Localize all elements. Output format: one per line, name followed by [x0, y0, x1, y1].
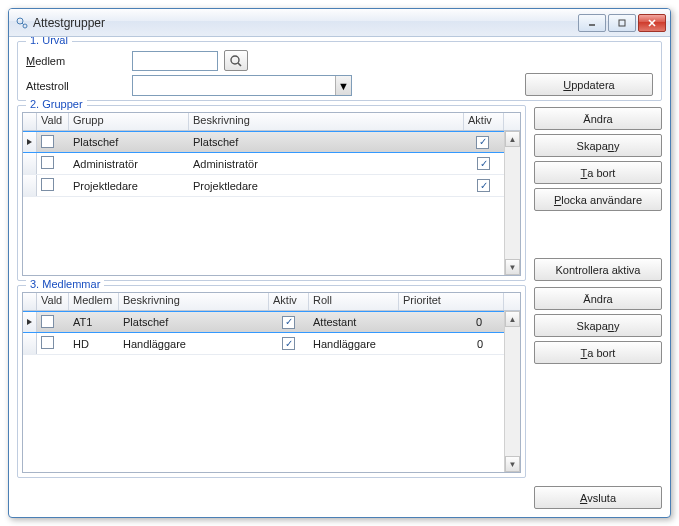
cell-prioritet: 0: [399, 315, 503, 329]
medlem-lookup-button[interactable]: [224, 50, 248, 71]
medlem-label: Medlem: [26, 55, 126, 67]
cell-roll: Handläggare: [309, 337, 399, 351]
vald-checkbox[interactable]: [41, 178, 54, 191]
col-beskrivning[interactable]: Beskrivning: [119, 293, 269, 310]
svg-line-8: [238, 63, 241, 66]
table-row[interactable]: ProjektledareProjektledare: [23, 175, 520, 197]
row-header: [23, 175, 37, 196]
cell-medlem: HD: [69, 337, 119, 351]
aktiv-checkbox[interactable]: [476, 136, 489, 149]
aktiv-checkbox[interactable]: [477, 157, 490, 170]
medlemmar-skapa-ny-button[interactable]: Skapa ny: [534, 314, 662, 337]
cell-grupp: Projektledare: [69, 179, 189, 193]
avsluta-button[interactable]: Avsluta: [534, 486, 662, 509]
aktiv-checkbox[interactable]: [282, 337, 295, 350]
grupper-plocka-button[interactable]: Plocka användare: [534, 188, 662, 211]
cell-grupp: Platschef: [69, 135, 189, 149]
table-row[interactable]: PlatschefPlatschef: [23, 131, 520, 153]
col-aktiv[interactable]: Aktiv: [464, 113, 504, 130]
row-header: [23, 132, 37, 152]
row-header: [23, 333, 37, 354]
cell-prioritet: 0: [399, 337, 504, 351]
table-row[interactable]: AT1PlatschefAttestant0: [23, 311, 520, 333]
cell-beskrivning: Platschef: [119, 315, 269, 329]
attestroll-label: Attestroll: [26, 80, 126, 92]
medlemmar-grid[interactable]: Vald Medlem Beskrivning Aktiv Roll Prior…: [22, 292, 521, 473]
minimize-button[interactable]: [578, 14, 606, 32]
col-vald[interactable]: Vald: [37, 293, 69, 310]
vald-checkbox[interactable]: [41, 315, 54, 328]
row-header: [23, 312, 37, 332]
vald-checkbox[interactable]: [41, 336, 54, 349]
col-roll[interactable]: Roll: [309, 293, 399, 310]
col-prioritet[interactable]: Prioritet: [399, 293, 504, 310]
kontrollera-aktiva-button[interactable]: Kontrollera aktiva: [534, 258, 662, 281]
grupper-grid[interactable]: Vald Grupp Beskrivning Aktiv PlatschefPl…: [22, 112, 521, 276]
search-icon: [229, 54, 243, 68]
cell-beskrivning: Platschef: [189, 135, 463, 149]
cell-roll: Attestant: [309, 315, 399, 329]
cell-beskrivning: Handläggare: [119, 337, 269, 351]
cell-beskrivning: Projektledare: [189, 179, 464, 193]
col-medlem[interactable]: Medlem: [69, 293, 119, 310]
row-header-spacer: [23, 113, 37, 130]
aktiv-checkbox[interactable]: [477, 179, 490, 192]
scroll-up-icon[interactable]: ▲: [505, 311, 520, 327]
close-button[interactable]: [638, 14, 666, 32]
col-beskrivning[interactable]: Beskrivning: [189, 113, 464, 130]
urval-legend: 1. Urval: [26, 37, 72, 46]
window-title: Attestgrupper: [33, 16, 578, 30]
medlemmar-groupbox: 3. Medlemmar Vald Medlem Beskrivning Akt…: [17, 285, 526, 478]
grupper-legend: 2. Grupper: [26, 98, 87, 110]
table-row[interactable]: HDHandläggareHandläggare0: [23, 333, 520, 355]
cell-medlem: AT1: [69, 315, 119, 329]
medlemmar-andra-button[interactable]: Ändra: [534, 287, 662, 310]
scroll-down-icon[interactable]: ▼: [505, 456, 520, 472]
cell-grupp: Administratör: [69, 157, 189, 171]
col-vald[interactable]: Vald: [37, 113, 69, 130]
chevron-down-icon: ▼: [335, 76, 351, 95]
maximize-button[interactable]: [608, 14, 636, 32]
grupper-scrollbar[interactable]: ▲ ▼: [504, 131, 520, 275]
row-header-spacer: [23, 293, 37, 310]
table-row[interactable]: AdministratörAdministratör: [23, 153, 520, 175]
medlemmar-scrollbar[interactable]: ▲ ▼: [504, 311, 520, 472]
svg-line-2: [22, 23, 24, 25]
uppdatera-button[interactable]: Uppdatera: [525, 73, 653, 96]
window: Attestgrupper 1. Urval Medlem: [8, 8, 671, 518]
scroll-up-icon[interactable]: ▲: [505, 131, 520, 147]
urval-groupbox: 1. Urval Medlem Attestroll ▼: [17, 41, 662, 101]
grupper-skapa-ny-button[interactable]: Skapa ny: [534, 134, 662, 157]
scroll-down-icon[interactable]: ▼: [505, 259, 520, 275]
attestroll-dropdown[interactable]: ▼: [132, 75, 352, 96]
col-aktiv[interactable]: Aktiv: [269, 293, 309, 310]
vald-checkbox[interactable]: [41, 135, 54, 148]
aktiv-checkbox[interactable]: [282, 316, 295, 329]
svg-rect-4: [619, 20, 625, 26]
medlem-input[interactable]: [132, 51, 218, 71]
grupper-groupbox: 2. Grupper Vald Grupp Beskrivning Aktiv …: [17, 105, 526, 281]
titlebar: Attestgrupper: [9, 9, 670, 37]
col-grupp[interactable]: Grupp: [69, 113, 189, 130]
medlemmar-legend: 3. Medlemmar: [26, 278, 104, 290]
vald-checkbox[interactable]: [41, 156, 54, 169]
app-icon: [15, 16, 29, 30]
row-header: [23, 153, 37, 174]
svg-point-7: [231, 56, 239, 64]
grupper-ta-bort-button[interactable]: Ta bort: [534, 161, 662, 184]
grupper-andra-button[interactable]: Ändra: [534, 107, 662, 130]
medlemmar-ta-bort-button[interactable]: Ta bort: [534, 341, 662, 364]
cell-beskrivning: Administratör: [189, 157, 464, 171]
